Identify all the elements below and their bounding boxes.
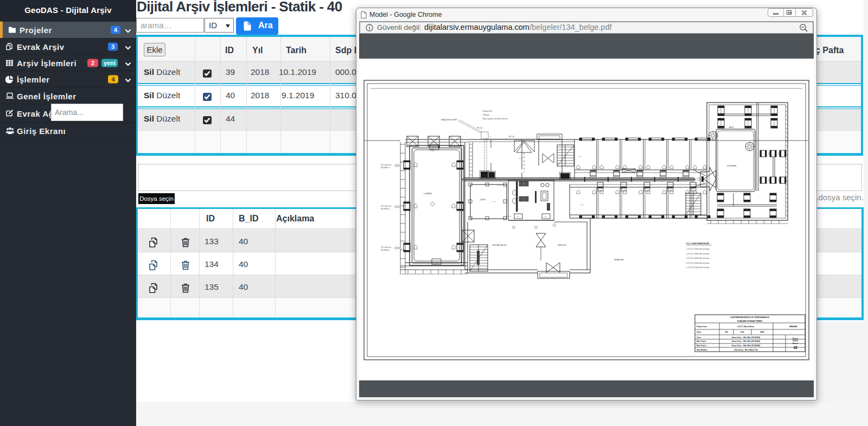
svg-text:FCU 8: FCU 8 bbox=[435, 262, 439, 263]
svg-text:2+ F.C.U 3: 3290 kcal/h orta h: 2+ F.C.U 3: 3290 kcal/h orta hızda bbox=[686, 253, 710, 255]
svg-text:35: 35 bbox=[793, 346, 797, 349]
svg-text:ORTA: ORTA bbox=[580, 204, 584, 206]
svg-text:PVC 100: PVC 100 bbox=[509, 136, 515, 138]
svg-text:1/50: 1/50 bbox=[725, 331, 728, 333]
svg-text:ZEMİN KAT: ZEMİN KAT bbox=[614, 258, 624, 261]
svg-text:BEKLEME SALONU: BEKLEME SALONU bbox=[493, 244, 507, 246]
svg-text:M=15dB cm: M=15dB cm bbox=[381, 208, 390, 210]
svg-text:VCL+400 m³/h: VCL+400 m³/h bbox=[381, 205, 392, 207]
svg-text:Daire Müdürü: Daire Müdürü bbox=[697, 349, 707, 351]
svg-text:Hasan Çalışır _ Mak. Müh. (E.D: Hasan Çalışır _ Mak. Müh. (E.D.M.M.A) bbox=[732, 345, 760, 347]
svg-text:Erbil Gülsen_ Mim Y.Müh.(İ.T.Ü: Erbil Gülsen_ Mim Y.Müh.(İ.T.Ü) bbox=[735, 349, 758, 351]
svg-text:PVC 75: PVC 75 bbox=[492, 201, 496, 202]
svg-text:Hasan Çalışır _ Mak. Müh. (E.D: Hasan Çalışır _ Mak. Müh. (E.D.M.M.A) bbox=[732, 340, 760, 342]
svg-text:PLANLAMA VE İNŞAAT DAİRESİ: PLANLAMA VE İNŞAAT DAİRESİ bbox=[737, 320, 763, 322]
svg-text:Proje no: Proje no bbox=[793, 338, 799, 340]
svg-text:ProfilboruD50: ProfilboruD50 bbox=[483, 110, 493, 112]
svg-text:ULAŞTIRMA BAYINDIRLIK VE TURİZ: ULAŞTIRMA BAYINDIRLIK VE TURİZM BAKANLIĞ… bbox=[730, 316, 769, 319]
svg-text:DEPO: DEPO bbox=[519, 157, 522, 159]
svg-text:Ölçek: Ölçek bbox=[697, 330, 701, 333]
svg-text:4+ F.C.U 6: 5090 kcal/h orta h: 4+ F.C.U 6: 5090 kcal/h orta hızda bbox=[686, 262, 710, 264]
svg-text:OFİS: OFİS bbox=[578, 156, 582, 157]
svg-text:M=15dB cm: M=15dB cm bbox=[381, 249, 390, 251]
svg-text:VCL+400 m³/h: VCL+400 m³/h bbox=[381, 246, 392, 249]
svg-text:Tarih: Tarih bbox=[740, 331, 744, 333]
svg-text:GİRİŞ HOLÜ: GİRİŞ HOLÜ bbox=[558, 244, 566, 246]
svg-text:Profilboru: Profilboru bbox=[483, 114, 489, 116]
svg-text:65/90: 65/90 bbox=[760, 331, 764, 333]
svg-text:Projenin İsmi: Projenin İsmi bbox=[697, 325, 707, 328]
svg-text:Pafta no: Pafta no bbox=[793, 342, 799, 345]
svg-text:PCU 4: PCU 4 bbox=[516, 216, 520, 217]
svg-text:K.K.T.C Meclis Binası: K.K.T.C Meclis Binası bbox=[738, 326, 755, 328]
svg-text:İÇ AVLU: İÇ AVLU bbox=[480, 198, 486, 201]
svg-text:Rogar kapakları çelik dikimli: Rogar kapakları çelik dikimli olacaktır bbox=[483, 118, 508, 120]
svg-text:MEKANİK: MEKANİK bbox=[789, 326, 798, 328]
svg-text:5+ F.C.U 8: 7640 kcal/h orta h: 5+ F.C.U 8: 7640 kcal/h orta hızda bbox=[686, 266, 710, 269]
svg-text:Mak. Projesi: Mak. Projesi bbox=[697, 345, 706, 347]
svg-text:95/32/35: 95/32/35 bbox=[793, 340, 799, 342]
svg-text:Çizen: Çizen bbox=[697, 336, 701, 339]
svg-text:Hasan Çalışır _ Mak. Müh. (E.D: Hasan Çalışır _ Mak. Müh. (E.D.M.M.A) bbox=[732, 336, 760, 339]
svg-text:1+ F.C.U 1: 2030 kcal/h orta h: 1+ F.C.U 1: 2030 kcal/h orta hızda bbox=[686, 248, 710, 250]
svg-text:ARŞİV: ARŞİV bbox=[729, 126, 734, 129]
svg-text:PVC 160: PVC 160 bbox=[477, 127, 483, 129]
svg-text:F.C.U. CİHAZ KAPASİTELERİ: F.C.U. CİHAZ KAPASİTELERİ bbox=[686, 243, 709, 245]
svg-text:PVC 100: PVC 100 bbox=[497, 185, 502, 186]
svg-text:VCL+400 m³/h: VCL+400 m³/h bbox=[381, 164, 392, 166]
svg-text:LOKANTA: LOKANTA bbox=[424, 193, 432, 195]
svg-text:KANALİZASYON HATTI: KANALİZASYON HATTI bbox=[441, 118, 457, 121]
svg-text:Mak. Projesi: Mak. Projesi bbox=[697, 340, 706, 342]
svg-text:KÜTÜPHANE: KÜTÜPHANE bbox=[727, 165, 736, 167]
svg-text:PCU 4: PCU 4 bbox=[544, 216, 548, 217]
svg-text:PVC 150: PVC 150 bbox=[507, 215, 512, 217]
svg-text:3+ F.C.U 5: 4020 kcal/h orta h: 3+ F.C.U 5: 4020 kcal/h orta hızda bbox=[686, 257, 710, 259]
svg-text:W1: W1 bbox=[489, 136, 492, 137]
svg-text:M=15dB cm: M=15dB cm bbox=[381, 167, 390, 169]
